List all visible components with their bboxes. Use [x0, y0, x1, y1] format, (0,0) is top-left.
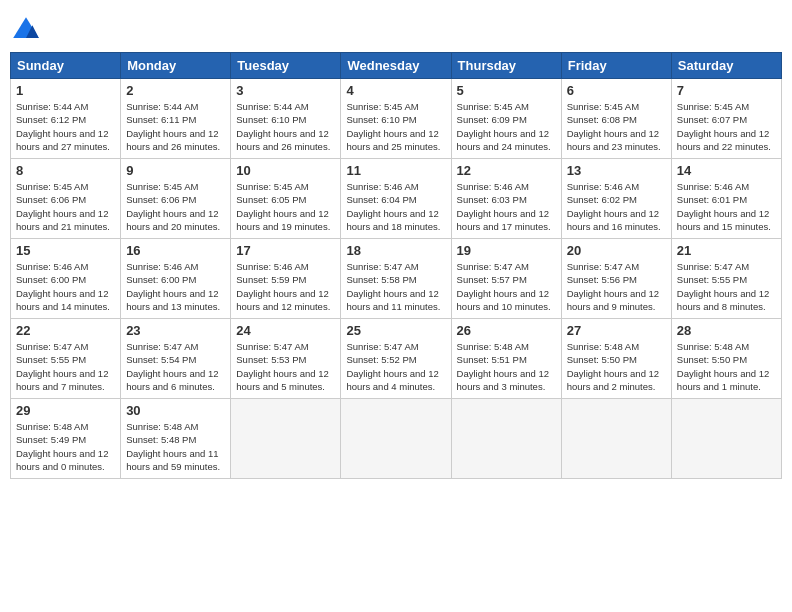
day-number: 27	[567, 323, 666, 338]
day-info: Sunrise: 5:48 AM Sunset: 5:48 PM Dayligh…	[126, 420, 225, 473]
calendar-day-cell: 13 Sunrise: 5:46 AM Sunset: 6:02 PM Dayl…	[561, 159, 671, 239]
day-info: Sunrise: 5:46 AM Sunset: 6:03 PM Dayligh…	[457, 180, 556, 233]
calendar-day-cell: 7 Sunrise: 5:45 AM Sunset: 6:07 PM Dayli…	[671, 79, 781, 159]
day-number: 30	[126, 403, 225, 418]
day-number: 22	[16, 323, 115, 338]
day-number: 25	[346, 323, 445, 338]
day-info: Sunrise: 5:45 AM Sunset: 6:05 PM Dayligh…	[236, 180, 335, 233]
day-number: 24	[236, 323, 335, 338]
calendar-day-cell: 10 Sunrise: 5:45 AM Sunset: 6:05 PM Dayl…	[231, 159, 341, 239]
day-number: 19	[457, 243, 556, 258]
calendar-day-cell: 6 Sunrise: 5:45 AM Sunset: 6:08 PM Dayli…	[561, 79, 671, 159]
day-info: Sunrise: 5:45 AM Sunset: 6:08 PM Dayligh…	[567, 100, 666, 153]
weekday-header: Friday	[561, 53, 671, 79]
calendar-day-cell	[451, 399, 561, 479]
day-number: 28	[677, 323, 776, 338]
calendar-table: SundayMondayTuesdayWednesdayThursdayFrid…	[10, 52, 782, 479]
calendar-day-cell: 11 Sunrise: 5:46 AM Sunset: 6:04 PM Dayl…	[341, 159, 451, 239]
day-number: 13	[567, 163, 666, 178]
calendar-week-row: 8 Sunrise: 5:45 AM Sunset: 6:06 PM Dayli…	[11, 159, 782, 239]
weekday-header: Monday	[121, 53, 231, 79]
day-info: Sunrise: 5:46 AM Sunset: 6:00 PM Dayligh…	[126, 260, 225, 313]
calendar-day-cell: 4 Sunrise: 5:45 AM Sunset: 6:10 PM Dayli…	[341, 79, 451, 159]
day-number: 17	[236, 243, 335, 258]
day-info: Sunrise: 5:46 AM Sunset: 5:59 PM Dayligh…	[236, 260, 335, 313]
calendar-day-cell	[561, 399, 671, 479]
calendar-day-cell: 3 Sunrise: 5:44 AM Sunset: 6:10 PM Dayli…	[231, 79, 341, 159]
weekday-header: Sunday	[11, 53, 121, 79]
day-number: 5	[457, 83, 556, 98]
calendar-day-cell: 22 Sunrise: 5:47 AM Sunset: 5:55 PM Dayl…	[11, 319, 121, 399]
day-info: Sunrise: 5:47 AM Sunset: 5:52 PM Dayligh…	[346, 340, 445, 393]
day-info: Sunrise: 5:48 AM Sunset: 5:51 PM Dayligh…	[457, 340, 556, 393]
calendar-day-cell: 15 Sunrise: 5:46 AM Sunset: 6:00 PM Dayl…	[11, 239, 121, 319]
day-number: 16	[126, 243, 225, 258]
day-number: 18	[346, 243, 445, 258]
calendar-day-cell: 2 Sunrise: 5:44 AM Sunset: 6:11 PM Dayli…	[121, 79, 231, 159]
day-info: Sunrise: 5:46 AM Sunset: 6:02 PM Dayligh…	[567, 180, 666, 233]
calendar-day-cell: 19 Sunrise: 5:47 AM Sunset: 5:57 PM Dayl…	[451, 239, 561, 319]
logo	[10, 14, 46, 46]
calendar-day-cell: 18 Sunrise: 5:47 AM Sunset: 5:58 PM Dayl…	[341, 239, 451, 319]
day-info: Sunrise: 5:46 AM Sunset: 6:04 PM Dayligh…	[346, 180, 445, 233]
day-info: Sunrise: 5:47 AM Sunset: 5:54 PM Dayligh…	[126, 340, 225, 393]
calendar-day-cell: 16 Sunrise: 5:46 AM Sunset: 6:00 PM Dayl…	[121, 239, 231, 319]
day-info: Sunrise: 5:47 AM Sunset: 5:55 PM Dayligh…	[677, 260, 776, 313]
day-info: Sunrise: 5:47 AM Sunset: 5:57 PM Dayligh…	[457, 260, 556, 313]
day-number: 15	[16, 243, 115, 258]
calendar-week-row: 1 Sunrise: 5:44 AM Sunset: 6:12 PM Dayli…	[11, 79, 782, 159]
weekday-header: Thursday	[451, 53, 561, 79]
weekday-header: Saturday	[671, 53, 781, 79]
calendar-day-cell	[671, 399, 781, 479]
day-info: Sunrise: 5:44 AM Sunset: 6:10 PM Dayligh…	[236, 100, 335, 153]
day-info: Sunrise: 5:48 AM Sunset: 5:50 PM Dayligh…	[567, 340, 666, 393]
day-number: 14	[677, 163, 776, 178]
calendar-day-cell: 14 Sunrise: 5:46 AM Sunset: 6:01 PM Dayl…	[671, 159, 781, 239]
calendar-day-cell: 30 Sunrise: 5:48 AM Sunset: 5:48 PM Dayl…	[121, 399, 231, 479]
calendar-day-cell: 9 Sunrise: 5:45 AM Sunset: 6:06 PM Dayli…	[121, 159, 231, 239]
day-number: 20	[567, 243, 666, 258]
page-header	[10, 10, 782, 46]
day-number: 9	[126, 163, 225, 178]
day-info: Sunrise: 5:47 AM Sunset: 5:55 PM Dayligh…	[16, 340, 115, 393]
day-info: Sunrise: 5:44 AM Sunset: 6:11 PM Dayligh…	[126, 100, 225, 153]
day-number: 26	[457, 323, 556, 338]
calendar-day-cell: 29 Sunrise: 5:48 AM Sunset: 5:49 PM Dayl…	[11, 399, 121, 479]
calendar-week-row: 15 Sunrise: 5:46 AM Sunset: 6:00 PM Dayl…	[11, 239, 782, 319]
day-info: Sunrise: 5:47 AM Sunset: 5:58 PM Dayligh…	[346, 260, 445, 313]
day-info: Sunrise: 5:46 AM Sunset: 6:01 PM Dayligh…	[677, 180, 776, 233]
calendar-day-cell: 25 Sunrise: 5:47 AM Sunset: 5:52 PM Dayl…	[341, 319, 451, 399]
calendar-day-cell: 27 Sunrise: 5:48 AM Sunset: 5:50 PM Dayl…	[561, 319, 671, 399]
calendar-day-cell: 23 Sunrise: 5:47 AM Sunset: 5:54 PM Dayl…	[121, 319, 231, 399]
day-number: 12	[457, 163, 556, 178]
day-info: Sunrise: 5:45 AM Sunset: 6:09 PM Dayligh…	[457, 100, 556, 153]
calendar-day-cell: 21 Sunrise: 5:47 AM Sunset: 5:55 PM Dayl…	[671, 239, 781, 319]
day-info: Sunrise: 5:44 AM Sunset: 6:12 PM Dayligh…	[16, 100, 115, 153]
calendar-day-cell	[341, 399, 451, 479]
day-number: 6	[567, 83, 666, 98]
day-number: 3	[236, 83, 335, 98]
day-number: 21	[677, 243, 776, 258]
day-number: 8	[16, 163, 115, 178]
calendar-day-cell: 12 Sunrise: 5:46 AM Sunset: 6:03 PM Dayl…	[451, 159, 561, 239]
calendar-day-cell: 1 Sunrise: 5:44 AM Sunset: 6:12 PM Dayli…	[11, 79, 121, 159]
calendar-day-cell: 17 Sunrise: 5:46 AM Sunset: 5:59 PM Dayl…	[231, 239, 341, 319]
logo-icon	[10, 14, 42, 46]
calendar-day-cell: 8 Sunrise: 5:45 AM Sunset: 6:06 PM Dayli…	[11, 159, 121, 239]
day-info: Sunrise: 5:46 AM Sunset: 6:00 PM Dayligh…	[16, 260, 115, 313]
weekday-header: Wednesday	[341, 53, 451, 79]
calendar-day-cell: 20 Sunrise: 5:47 AM Sunset: 5:56 PM Dayl…	[561, 239, 671, 319]
day-number: 2	[126, 83, 225, 98]
day-number: 10	[236, 163, 335, 178]
day-info: Sunrise: 5:45 AM Sunset: 6:07 PM Dayligh…	[677, 100, 776, 153]
calendar-day-cell: 24 Sunrise: 5:47 AM Sunset: 5:53 PM Dayl…	[231, 319, 341, 399]
calendar-week-row: 22 Sunrise: 5:47 AM Sunset: 5:55 PM Dayl…	[11, 319, 782, 399]
day-number: 7	[677, 83, 776, 98]
day-number: 1	[16, 83, 115, 98]
day-number: 11	[346, 163, 445, 178]
day-info: Sunrise: 5:45 AM Sunset: 6:06 PM Dayligh…	[126, 180, 225, 233]
day-info: Sunrise: 5:47 AM Sunset: 5:56 PM Dayligh…	[567, 260, 666, 313]
day-info: Sunrise: 5:45 AM Sunset: 6:06 PM Dayligh…	[16, 180, 115, 233]
calendar-day-cell: 26 Sunrise: 5:48 AM Sunset: 5:51 PM Dayl…	[451, 319, 561, 399]
day-info: Sunrise: 5:48 AM Sunset: 5:50 PM Dayligh…	[677, 340, 776, 393]
